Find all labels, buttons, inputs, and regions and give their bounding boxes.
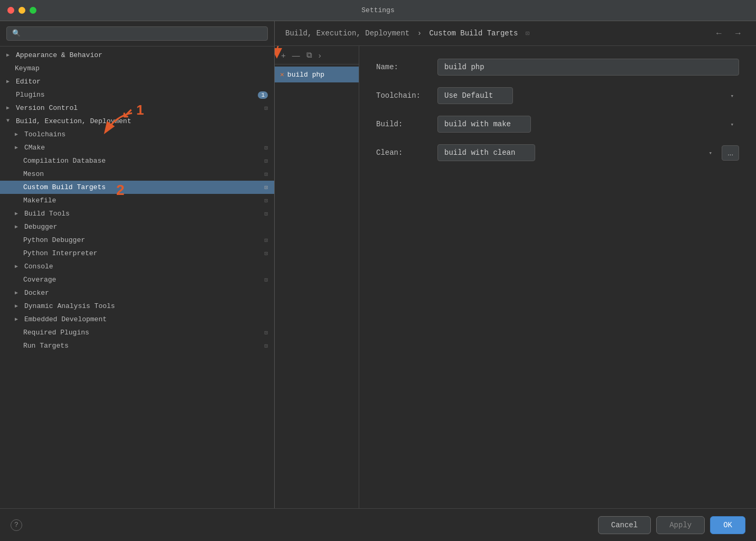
targets-list: ✕ build php [275, 64, 359, 508]
bottom-bar: ? Cancel Apply OK [0, 508, 756, 541]
remove-target-button[interactable]: — [290, 50, 302, 61]
sidebar-item-plugins[interactable]: Plugins 1 [0, 88, 274, 101]
chevron-down-icon: ▾ [730, 92, 734, 99]
sidebar-item-coverage[interactable]: Coverage ⊡ [0, 273, 274, 286]
detail-panel: Name: Toolchain: Use Default ▾ [359, 46, 756, 508]
pin-icon: ⊡ [264, 171, 268, 178]
sidebar-item-cmake[interactable]: CMake ⊡ [0, 141, 274, 154]
chevron-icon [15, 290, 22, 297]
main-layout: Appearance & Behavior Keymap Editor Plug… [0, 21, 756, 508]
name-label: Name: [376, 63, 429, 71]
breadcrumb: Build, Execution, Deployment › Custom Bu… [285, 29, 529, 38]
sidebar-item-build-tools[interactable]: Build Tools ⊡ [0, 207, 274, 220]
chevron-icon [15, 223, 22, 231]
right-panel: Build, Execution, Deployment › Custom Bu… [275, 21, 756, 508]
nav-back-button[interactable]: ← [712, 27, 726, 39]
sidebar-item-makefile[interactable]: Makefile ⊡ [0, 194, 274, 207]
chevron-icon [15, 144, 22, 152]
clean-label: Clean: [376, 148, 429, 157]
maximize-button[interactable] [30, 7, 36, 14]
panel-content: + 3 — ⧉ › [275, 46, 756, 508]
pin-icon: ⊡ [264, 144, 268, 151]
sidebar-item-dynamic-analysis[interactable]: Dynamic Analysis Tools [0, 300, 274, 313]
header-nav: ← → [712, 27, 745, 39]
sidebar-item-embedded-dev[interactable]: Embedded Development [0, 313, 274, 326]
sidebar-item-debugger[interactable]: Debugger [0, 220, 274, 234]
build-select-wrap: build with make ▾ [437, 116, 739, 133]
toolchain-select-container: Use Default ▾ [437, 87, 739, 104]
target-item-build-php[interactable]: ✕ build php [275, 67, 359, 82]
search-input[interactable] [6, 26, 268, 41]
sidebar-item-python-interpreter[interactable]: Python Interpreter ⊡ [0, 247, 274, 260]
sidebar-item-appearance[interactable]: Appearance & Behavior [0, 49, 274, 62]
copy-target-button[interactable]: ⧉ [304, 49, 314, 61]
pin-icon: ⊡ [264, 329, 268, 336]
annotation-num1: 1 [136, 102, 144, 118]
toolchain-select[interactable]: Use Default [437, 87, 513, 104]
clean-select-container: build with clean ▾ [437, 144, 717, 161]
sidebar-item-editor[interactable]: Editor [0, 75, 274, 88]
pin-icon: ⊡ [264, 276, 268, 283]
sidebar-item-meson[interactable]: Meson ⊡ [0, 167, 274, 181]
ok-button[interactable]: OK [710, 516, 745, 534]
name-input[interactable] [437, 59, 739, 76]
sidebar-item-build-execution[interactable]: Build, Execution, Deployment ↙ 1 [0, 115, 274, 128]
sidebar-item-keymap[interactable]: Keymap [0, 62, 274, 75]
targets-toolbar: + 3 — ⧉ › [275, 46, 359, 64]
window-title: Settings [361, 6, 394, 14]
help-button[interactable]: ? [11, 519, 22, 531]
sidebar: Appearance & Behavior Keymap Editor Plug… [0, 21, 275, 508]
sidebar-item-compilation-db[interactable]: Compilation Database ⊡ [0, 154, 274, 167]
add-button-wrap: + 3 [279, 50, 288, 61]
pin-icon: ⊡ [264, 197, 268, 204]
sidebar-item-docker[interactable]: Docker [0, 286, 274, 300]
minimize-button[interactable] [18, 7, 25, 14]
sidebar-item-console[interactable]: Console [0, 260, 274, 273]
pin-icon: ⊡ [264, 184, 268, 191]
chevron-icon [6, 78, 14, 86]
sidebar-item-required-plugins[interactable]: Required Plugins ⊡ [0, 326, 274, 339]
pin-icon: ⊡ [264, 237, 268, 244]
form-row-toolchain: Toolchain: Use Default ▾ [376, 87, 739, 104]
cancel-button[interactable]: Cancel [598, 516, 651, 534]
pin-icon: ⊡ [264, 342, 268, 349]
sidebar-item-python-debugger[interactable]: Python Debugger ⊡ [0, 234, 274, 247]
window-controls [7, 7, 36, 14]
bottom-buttons: Cancel Apply OK [598, 516, 745, 534]
chevron-down-icon: ▾ [709, 150, 713, 156]
chevron-icon [6, 52, 14, 59]
targets-panel: + 3 — ⧉ › [275, 46, 359, 508]
clean-select-wrap: build with clean ▾ ... [437, 144, 739, 161]
form-row-name: Name: [376, 59, 739, 76]
chevron-icon [15, 210, 22, 218]
chevron-down-icon: ▾ [730, 121, 734, 128]
pin-icon: ⊡ [264, 250, 268, 257]
form-row-build: Build: build with make ▾ 4 [376, 116, 739, 133]
nav-forward-button[interactable]: → [731, 27, 745, 39]
build-select[interactable]: build with make [437, 116, 531, 133]
chevron-icon [15, 131, 22, 138]
search-box [0, 21, 274, 46]
titlebar: Settings [0, 0, 756, 21]
target-icon: ✕ [280, 70, 284, 79]
sidebar-item-run-targets[interactable]: Run Targets ⊡ [0, 339, 274, 352]
pin-icon: ⊡ [264, 210, 268, 217]
pin-icon: ⊡ [264, 157, 268, 164]
chevron-icon [15, 303, 22, 310]
more-target-button[interactable]: › [316, 50, 323, 61]
apply-button[interactable]: Apply [656, 516, 705, 534]
chevron-icon [6, 118, 14, 125]
clean-select[interactable]: build with clean [437, 144, 535, 161]
close-button[interactable] [7, 7, 14, 14]
chevron-icon [6, 105, 14, 112]
clean-ellipsis-button[interactable]: ... [722, 145, 739, 161]
panel-header: Build, Execution, Deployment › Custom Bu… [275, 21, 756, 46]
pin-icon: ⊡ [264, 105, 268, 111]
chevron-icon [15, 263, 22, 270]
toolchain-select-wrap: Use Default ▾ [437, 87, 739, 104]
sidebar-tree: Appearance & Behavior Keymap Editor Plug… [0, 46, 274, 508]
sidebar-item-toolchains[interactable]: Toolchains [0, 128, 274, 141]
sidebar-item-custom-build-targets[interactable]: Custom Build Targets ⊡ 2 [0, 181, 274, 194]
build-select-container: build with make ▾ [437, 116, 739, 133]
toolchain-label: Toolchain: [376, 91, 429, 100]
